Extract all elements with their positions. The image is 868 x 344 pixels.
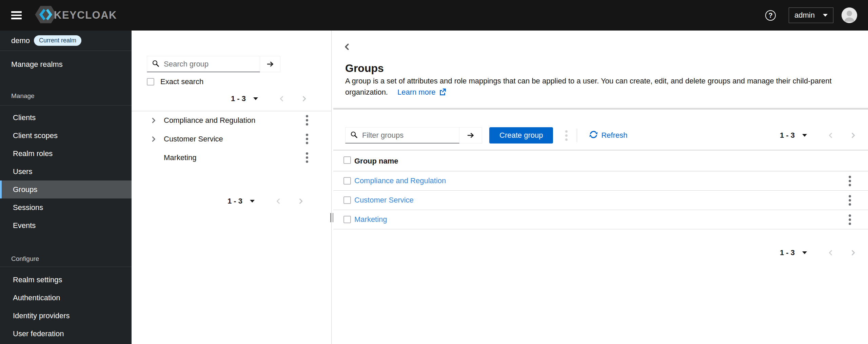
page-description: A group is a set of attributes and role … [345, 75, 840, 99]
sidebar-item-authentication[interactable]: Authentication [0, 289, 132, 307]
nav-list: ClientsClient scopesRealm rolesUsersGrou… [0, 106, 132, 234]
pagination-menu-caret-icon[interactable] [253, 97, 258, 100]
kebab-menu-button[interactable] [302, 113, 312, 128]
table-pagination-top: 1 - 3 [780, 131, 856, 140]
divider [577, 129, 577, 142]
pagination-prev-button[interactable] [827, 249, 834, 256]
sidebar-item-user-federation[interactable]: User federation [0, 325, 132, 343]
chevron-right-icon[interactable] [150, 136, 157, 142]
sidebar-item-identity-providers[interactable]: Identity providers [0, 307, 132, 325]
groups-tree: Compliance and Regulation Customer Servi… [132, 111, 331, 167]
collapse-panel-button[interactable] [343, 42, 352, 51]
group-search [147, 56, 280, 72]
section-label: Configure [0, 254, 132, 264]
group-link[interactable]: Marketing [354, 215, 387, 224]
sidebar-item-clients[interactable]: Clients [0, 109, 132, 127]
search-icon [152, 60, 159, 69]
refresh-icon [589, 130, 598, 141]
pagination-prev-button[interactable] [275, 198, 282, 205]
keycloak-hexagon-icon [35, 5, 57, 25]
external-link-icon [439, 88, 446, 99]
sidebar-item-sessions[interactable]: Sessions [0, 198, 132, 216]
learn-more-link[interactable]: Learn more [397, 88, 446, 96]
sidebar-item-events[interactable]: Events [0, 216, 132, 234]
chevron-down-icon [823, 14, 828, 17]
current-realm-badge: Current realm [34, 35, 81, 46]
tree-pagination-bottom: 1 - 3 [132, 194, 331, 208]
table-row: Customer Service [333, 191, 868, 210]
row-checkbox[interactable] [343, 177, 351, 185]
page-title: Groups [345, 62, 384, 75]
group-link[interactable]: Customer Service [354, 196, 414, 205]
exact-search-option: Exact search [147, 77, 203, 86]
exact-search-label: Exact search [160, 77, 203, 86]
row-checkbox[interactable] [343, 196, 351, 204]
keycloak-admin-console: KEYCLOAK ? admin demo Current realm Mana… [0, 0, 868, 344]
sidebar-item-client-scopes[interactable]: Client scopes [0, 127, 132, 145]
row-kebab-menu-button[interactable] [845, 174, 854, 188]
pagination-next-button[interactable] [850, 249, 856, 256]
table-row: Marketing [333, 210, 868, 229]
sidebar-item-realm-settings[interactable]: Realm settings [0, 271, 132, 289]
group-search-inputbox[interactable] [147, 56, 260, 72]
user-name: admin [794, 11, 815, 20]
tree-group-row: Customer Service [132, 130, 331, 148]
sidebar-item-groups[interactable]: Groups [0, 180, 132, 198]
sidebar-item-users[interactable]: Users [0, 163, 132, 180]
sidebar-item-manage-realms[interactable]: Manage realms [0, 55, 132, 74]
pagination-next-button[interactable] [850, 132, 856, 139]
groups-table: Group name Compliance and Regulation Cus… [333, 151, 868, 229]
tree-group-row: Marketing [132, 148, 331, 167]
pagination-prev-button[interactable] [827, 132, 834, 139]
row-checkbox[interactable] [343, 216, 351, 223]
pagination-next-button[interactable] [297, 198, 304, 205]
realm-name: demo [11, 36, 30, 45]
filter-groups-input[interactable] [362, 131, 454, 140]
sidebar: demo Current realm Manage realms Manage … [0, 31, 132, 344]
sidebar-section-manage: Manage ClientsClient scopesRealm rolesUs… [0, 91, 132, 234]
row-kebab-menu-button[interactable] [845, 212, 854, 227]
filter-groups-inputbox[interactable] [345, 127, 459, 144]
pagination-menu-caret-icon[interactable] [802, 251, 807, 254]
group-name: Customer Service [164, 135, 223, 144]
create-group-button[interactable]: Create group [489, 127, 553, 144]
groups-tree-panel: Exact search 1 - 3 Compliance and Regula… [132, 31, 331, 344]
help-icon[interactable]: ? [765, 10, 776, 21]
group-search-input[interactable] [164, 60, 255, 69]
pagination-range: 1 - 3 [780, 131, 795, 140]
refresh-label: Refresh [601, 131, 627, 140]
sidebar-item-realm-roles[interactable]: Realm roles [0, 145, 132, 163]
realm-selector[interactable]: demo Current realm [0, 31, 132, 51]
pagination-menu-caret-icon[interactable] [250, 200, 255, 203]
user-menu-dropdown[interactable]: admin [789, 7, 833, 23]
nav-toggle-button[interactable] [11, 9, 23, 21]
table-pagination-bottom: 1 - 3 [333, 245, 868, 261]
table-header-row: Group name [333, 151, 868, 171]
filter-groups [345, 127, 482, 144]
masthead-actions: ? admin [765, 7, 868, 23]
pagination-prev-button[interactable] [278, 95, 285, 102]
group-name: Marketing [164, 153, 197, 162]
kebab-menu-button[interactable] [302, 150, 312, 165]
pagination-range: 1 - 3 [231, 94, 246, 103]
select-all-checkbox[interactable] [343, 156, 351, 164]
exact-search-checkbox[interactable] [147, 78, 154, 85]
toolbar-kebab-menu-button[interactable] [562, 128, 571, 143]
tree-group-row: Compliance and Regulation [132, 111, 331, 130]
row-kebab-menu-button[interactable] [845, 193, 854, 208]
kebab-menu-button[interactable] [302, 132, 312, 146]
nav-list: Realm settingsAuthenticationIdentity pro… [0, 267, 132, 343]
avatar [842, 7, 857, 23]
pagination-menu-caret-icon[interactable] [802, 134, 807, 137]
keycloak-logo: KEYCLOAK [35, 5, 117, 25]
search-submit-button[interactable] [260, 56, 280, 72]
masthead: KEYCLOAK ? admin [0, 0, 868, 31]
filter-submit-button[interactable] [459, 127, 482, 144]
section-label: Manage [0, 91, 132, 101]
tree-pagination-top: 1 - 3 [132, 92, 331, 106]
chevron-right-icon[interactable] [150, 117, 157, 123]
divider [333, 150, 868, 151]
pagination-next-button[interactable] [301, 95, 308, 102]
group-link[interactable]: Compliance and Regulation [354, 176, 446, 185]
refresh-button[interactable]: Refresh [589, 130, 627, 141]
